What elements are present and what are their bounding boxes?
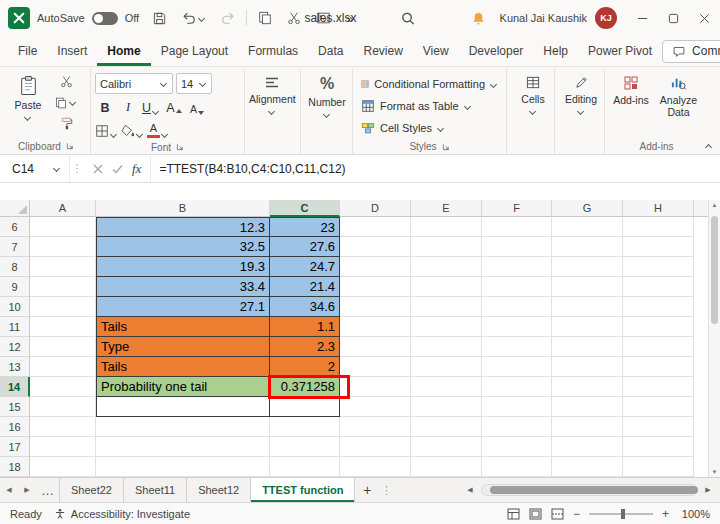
undo-dropdown-icon[interactable] [198, 15, 206, 22]
row-header-6[interactable]: 6 [0, 217, 30, 237]
notifications-icon[interactable] [467, 5, 490, 31]
cell-A6[interactable] [30, 217, 96, 237]
cell-A9[interactable] [30, 277, 96, 297]
cancel-entry-icon[interactable] [93, 164, 103, 174]
cell-H12[interactable] [623, 337, 694, 357]
page-layout-view-button[interactable] [529, 508, 542, 520]
cell-F14[interactable] [482, 377, 552, 397]
ribbon-tab-page-layout[interactable]: Page Layout [151, 36, 238, 66]
next-sheet-button[interactable]: ▶ [18, 478, 36, 502]
ribbon-tab-view[interactable]: View [413, 36, 459, 66]
cell-C14[interactable]: 0.371258 [270, 377, 340, 397]
increase-font-button[interactable]: A [164, 97, 184, 117]
cell-A14[interactable] [30, 377, 96, 397]
cell-B10[interactable]: 27.1 [96, 297, 270, 317]
paste-dropdown-icon[interactable] [24, 114, 32, 121]
cell-F10[interactable] [482, 297, 552, 317]
horizontal-scrollbar[interactable]: ◀ ▶ [458, 478, 720, 502]
font-name-combo[interactable]: Calibri [95, 73, 173, 94]
cell-G12[interactable] [552, 337, 623, 357]
minimize-button[interactable] [627, 0, 658, 36]
copy-button[interactable] [54, 92, 78, 113]
cell-E8[interactable] [411, 257, 482, 277]
number-format-button[interactable]: % Number [305, 71, 349, 118]
formula-bar-splitter[interactable]: ⋮ [70, 162, 84, 175]
zoom-level[interactable]: 100% [678, 508, 710, 520]
cell-E7[interactable] [411, 237, 482, 257]
ribbon-tab-file[interactable]: File [8, 36, 47, 66]
cell-A11[interactable] [30, 317, 96, 337]
cell-C8[interactable]: 24.7 [270, 257, 340, 277]
cell-G13[interactable] [552, 357, 623, 377]
alignment-button[interactable]: Alignment [249, 71, 296, 115]
conditional-formatting-button[interactable]: Conditional Formatting [357, 73, 502, 95]
cell-C9[interactable]: 21.4 [270, 277, 340, 297]
bold-button[interactable]: B [95, 97, 115, 117]
ribbon-tab-power-pivot[interactable]: Power Pivot [578, 36, 662, 66]
underline-dropdown-icon[interactable] [152, 108, 160, 115]
clipboard-dialog-launcher[interactable] [66, 142, 74, 150]
new-sheet-button[interactable]: + [355, 478, 379, 502]
cell-E14[interactable] [411, 377, 482, 397]
cell-G10[interactable] [552, 297, 623, 317]
sheet-tab-sheet12[interactable]: Sheet12 [187, 478, 251, 502]
cell-F12[interactable] [482, 337, 552, 357]
cell-B7[interactable]: 32.5 [96, 237, 270, 257]
row-header-15[interactable]: 15 [0, 397, 30, 417]
copy-button-qat[interactable] [254, 5, 276, 31]
cell-A12[interactable] [30, 337, 96, 357]
column-header-B[interactable]: B [96, 200, 270, 217]
tab-scroll-splitter[interactable]: ⋮ [379, 478, 393, 502]
cell-E11[interactable] [411, 317, 482, 337]
document-title[interactable]: sales.xlsx [304, 11, 356, 25]
cell-C10[interactable]: 34.6 [270, 297, 340, 317]
fill-color-dropdown-icon[interactable] [136, 131, 144, 138]
cell-E9[interactable] [411, 277, 482, 297]
previous-sheet-button[interactable]: ◀ [0, 478, 18, 502]
cell-F15[interactable] [482, 397, 552, 417]
cell-B17[interactable] [96, 437, 270, 457]
all-sheets-button[interactable]: … [36, 478, 60, 502]
cell-H17[interactable] [623, 437, 694, 457]
insert-function-button[interactable]: fx [132, 161, 141, 177]
accessibility-status[interactable]: Accessibility: Investigate [54, 508, 190, 520]
zoom-slider-thumb[interactable] [621, 509, 625, 519]
cell-H16[interactable] [623, 417, 694, 437]
cell-H8[interactable] [623, 257, 694, 277]
cell-A10[interactable] [30, 297, 96, 317]
save-button[interactable] [148, 5, 171, 31]
format-as-table-button[interactable]: Format as Table [357, 95, 502, 117]
cell-D12[interactable] [340, 337, 411, 357]
autosave-toggle[interactable] [92, 12, 118, 25]
cell-B16[interactable] [96, 417, 270, 437]
font-size-combo[interactable]: 14 [176, 73, 212, 94]
editing-button[interactable]: Editing [559, 71, 603, 115]
name-box[interactable]: C14 [0, 155, 70, 182]
ribbon-tab-insert[interactable]: Insert [47, 36, 97, 66]
cell-G15[interactable] [552, 397, 623, 417]
cell-A13[interactable] [30, 357, 96, 377]
cell-F8[interactable] [482, 257, 552, 277]
cell-D18[interactable] [340, 457, 411, 477]
cell-C7[interactable]: 27.6 [270, 237, 340, 257]
cell-C6[interactable]: 23 [270, 217, 340, 237]
close-button[interactable] [689, 0, 720, 36]
search-icon[interactable] [401, 11, 416, 26]
cell-styles-button[interactable]: Cell Styles [357, 117, 502, 139]
cell-H14[interactable] [623, 377, 694, 397]
cell-G9[interactable] [552, 277, 623, 297]
normal-view-button[interactable] [507, 508, 520, 520]
column-header-G[interactable]: G [552, 200, 623, 217]
underline-button[interactable]: U [141, 97, 161, 117]
cell-H7[interactable] [623, 237, 694, 257]
cell-D16[interactable] [340, 417, 411, 437]
sheet-tab-sheet22[interactable]: Sheet22 [60, 478, 124, 502]
cell-C18[interactable] [270, 457, 340, 477]
scroll-left-icon[interactable]: ◀ [461, 486, 479, 494]
cell-F16[interactable] [482, 417, 552, 437]
scroll-down-icon[interactable]: ▼ [712, 469, 718, 475]
cell-B11[interactable]: Tails [96, 317, 270, 337]
column-header-F[interactable]: F [482, 200, 552, 217]
cell-B13[interactable]: Tails [96, 357, 270, 377]
scroll-right-icon[interactable]: ▶ [699, 486, 717, 494]
